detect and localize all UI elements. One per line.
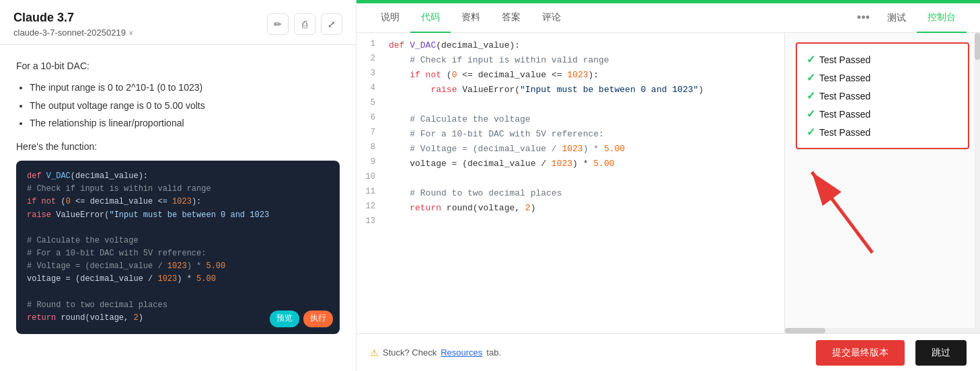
check-icon-1: ✓ [806, 53, 815, 66]
code-line-1: 1 def V_DAC(decimal_value): [356, 38, 784, 53]
tab-comments[interactable]: 评论 [531, 3, 572, 33]
arrow-annotation [785, 159, 980, 266]
test-result-label-1: Test Passed [819, 54, 870, 65]
horizontal-scrollbar-thumb[interactable] [785, 328, 825, 333]
intro-text: For a 10-bit DAC: [16, 58, 340, 73]
submit-button[interactable]: 提交最终版本 [816, 340, 905, 366]
line-content [383, 216, 784, 230]
test-result-item-5: ✓ Test Passed [806, 123, 958, 141]
preview-badge[interactable]: 预览 [270, 311, 299, 327]
line-number: 7 [356, 127, 383, 137]
test-result-label-3: Test Passed [819, 91, 870, 101]
code-line-2: 2 # Check if input is within valid range [356, 53, 784, 68]
code-line-8: 8 # Voltage = (decimal_value / 1023) * 5… [356, 142, 784, 157]
right-main-content: 1 def V_DAC(decimal_value): 2 # Check if… [356, 33, 980, 333]
tab-code[interactable]: 代码 [410, 3, 451, 33]
test-result-item-1: ✓ Test Passed [806, 50, 958, 69]
horizontal-scrollbar-track[interactable] [785, 328, 980, 333]
arrow-icon [785, 159, 893, 266]
line-number: 8 [356, 142, 383, 152]
line-number: 11 [356, 186, 383, 196]
line-number: 6 [356, 112, 383, 122]
tab-label: tab. [486, 347, 501, 358]
bullet-item: The input range is 0 to 2^10-1 (0 to 102… [30, 80, 340, 95]
line-number: 3 [356, 68, 383, 78]
more-options-button[interactable]: ••• [850, 11, 876, 25]
test-result-label-5: Test Passed [819, 127, 870, 138]
left-code-block: def V_DAC(decimal_value): # Check if inp… [16, 161, 340, 334]
line-number: 2 [356, 53, 383, 63]
bullet-item: The relationship is linear/proportional [30, 116, 340, 130]
vertical-scrollbar-thumb[interactable] [975, 33, 980, 60]
line-content: voltage = (decimal_value / 1023) * 5.00 [383, 157, 784, 171]
stuck-message: ⚠ Stuck? Check Resources tab. [370, 347, 805, 358]
line-content: # Voltage = (decimal_value / 1023) * 5.0… [383, 142, 784, 156]
line-content: # Round to two decimal places [383, 186, 784, 200]
left-content: For a 10-bit DAC: The input range is 0 t… [0, 45, 356, 371]
here-text: Here's the function: [16, 139, 340, 154]
test-results-box: ✓ Test Passed ✓ Test Passed ✓ Test Passe… [796, 42, 969, 149]
test-results-panel: ✓ Test Passed ✓ Test Passed ✓ Test Passe… [785, 33, 980, 333]
check-icon-5: ✓ [806, 126, 815, 138]
code-line-12: 12 return round(voltage, 2) [356, 201, 784, 216]
edit-button[interactable]: ✏ [267, 13, 289, 35]
check-icon-4: ✓ [806, 108, 815, 120]
test-result-item-3: ✓ Test Passed [806, 87, 958, 105]
code-editor[interactable]: 1 def V_DAC(decimal_value): 2 # Check if… [356, 33, 785, 333]
test-result-label-2: Test Passed [819, 73, 870, 83]
line-content: # Check if input is within valid range [383, 53, 784, 67]
line-content: # For a 10-bit DAC with 5V reference: [383, 127, 784, 141]
check-icon-3: ✓ [806, 89, 815, 102]
line-content: return round(voltage, 2) [383, 201, 784, 215]
code-line-5: 5 [356, 97, 784, 112]
exec-badge[interactable]: 执行 [303, 311, 333, 327]
code-line-9: 9 voltage = (decimal_value / 1023) * 5.0… [356, 157, 784, 171]
resources-link[interactable]: Resources [441, 347, 482, 358]
code-line-11: 11 # Round to two decimal places [356, 186, 784, 201]
line-content [383, 97, 784, 112]
skip-button[interactable]: 跳过 [915, 340, 967, 366]
line-number: 1 [356, 38, 383, 48]
code-line-6: 6 # Calculate the voltage [356, 112, 784, 127]
code-line-13: 13 [356, 216, 784, 231]
line-number: 4 [356, 83, 383, 93]
code-line-4: 4 raise ValueError("Input must be betwee… [356, 83, 784, 97]
line-number: 12 [356, 201, 383, 211]
model-name: claude-3-7-sonnet-20250219 [13, 28, 126, 38]
line-content: # Calculate the voltage [383, 112, 784, 126]
warning-icon: ⚠ [370, 347, 379, 358]
line-content: raise ValueError("Input must be between … [383, 83, 784, 97]
chevron-down-icon: ∨ [128, 29, 133, 36]
line-content: def V_DAC(decimal_value): [383, 38, 784, 52]
tab-description[interactable]: 说明 [370, 3, 410, 33]
line-number: 13 [356, 216, 383, 226]
bottom-bar: ⚠ Stuck? Check Resources tab. 提交最终版本 跳过 [356, 333, 980, 371]
vertical-scrollbar-track[interactable] [975, 33, 980, 333]
share-button[interactable]: ⎙ [294, 13, 315, 35]
test-result-label-4: Test Passed [819, 109, 870, 120]
test-result-item-2: ✓ Test Passed [806, 69, 958, 87]
tab-console[interactable]: 控制台 [917, 3, 967, 33]
expand-button[interactable]: ⤢ [321, 13, 342, 35]
left-panel: Claude 3.7 claude-3-7-sonnet-20250219 ∨ … [0, 0, 356, 371]
tab-answers[interactable]: 答案 [491, 3, 531, 33]
line-content: if not (0 <= decimal_value <= 1023): [383, 68, 784, 82]
svg-line-1 [812, 172, 872, 253]
line-number: 10 [356, 171, 383, 181]
tab-bar: 说明 代码 资料 答案 评论 ••• 测试 控制台 [356, 3, 980, 33]
bullet-list: The input range is 0 to 2^10-1 (0 to 102… [30, 80, 340, 130]
app-title: Claude 3.7 [13, 11, 133, 25]
test-result-item-4: ✓ Test Passed [806, 105, 958, 123]
line-number: 9 [356, 157, 383, 167]
tab-test[interactable]: 测试 [876, 3, 917, 33]
stuck-text: Stuck? Check [383, 347, 437, 358]
code-line-3: 3 if not (0 <= decimal_value <= 1023): [356, 68, 784, 83]
line-content [383, 171, 784, 186]
model-selector[interactable]: claude-3-7-sonnet-20250219 ∨ [13, 28, 133, 38]
check-icon-2: ✓ [806, 71, 815, 84]
line-number: 5 [356, 97, 383, 108]
code-line-7: 7 # For a 10-bit DAC with 5V reference: [356, 127, 784, 142]
bullet-item: The output voltage range is 0 to 5.00 vo… [30, 98, 340, 113]
code-line-10: 10 [356, 171, 784, 186]
tab-resources[interactable]: 资料 [451, 3, 491, 33]
